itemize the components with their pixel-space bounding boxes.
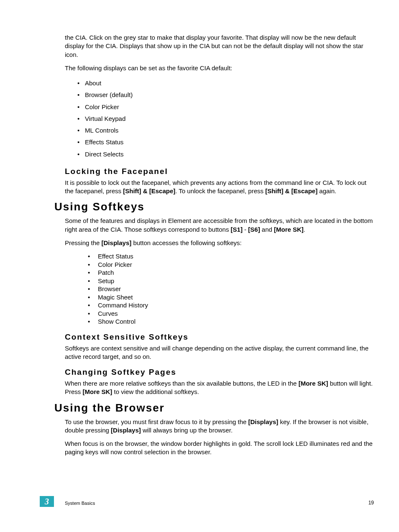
changing-paragraph: When there are more relative softkeys th… <box>65 379 374 396</box>
text: to view the additional softkeys. <box>112 388 199 395</box>
key-label: [S6] <box>248 226 260 233</box>
softkeys-list: Effect Status Color Picker Patch Setup B… <box>88 252 374 326</box>
text: . To unlock the facepanel, press <box>175 187 265 194</box>
list-item: Browser <box>88 285 374 293</box>
text: When there are more relative softkeys th… <box>65 380 299 387</box>
page-content: the CIA. Click on the grey star to make … <box>0 0 399 457</box>
key-label: [More SK] <box>274 226 304 233</box>
browser-paragraph-2: When focus is on the browser, the window… <box>65 440 374 457</box>
text: To use the browser, you must first draw … <box>65 418 248 425</box>
text: and <box>260 226 274 233</box>
page-footer: 3 System Basics 19 <box>0 496 399 507</box>
list-item: Virtual Keypad <box>77 113 374 125</box>
softkeys-paragraph-2: Pressing the [Displays] button accesses … <box>65 239 374 247</box>
list-item: Patch <box>88 269 374 277</box>
page-number: 19 <box>368 500 374 506</box>
list-item: Direct Selects <box>77 148 374 160</box>
list-item: Color Picker <box>77 101 374 113</box>
list-item: Effect Status <box>88 252 374 261</box>
softkeys-paragraph-1: Some of the features and displays in Ele… <box>65 217 374 234</box>
browser-paragraph-1: To use the browser, you must first draw … <box>65 418 374 435</box>
key-label: [Displays] <box>248 418 279 425</box>
heading-using-browser: Using the Browser <box>54 402 374 414</box>
locking-paragraph: It is possible to lock out the facepanel… <box>65 179 374 196</box>
key-combo: [Shift] & [Escape] <box>123 187 175 194</box>
key-label: [S1] <box>231 226 243 233</box>
list-item: Magic Sheet <box>88 293 374 302</box>
text: again. <box>317 187 336 194</box>
intro-paragraph-2: The following displays can be set as the… <box>65 64 374 72</box>
key-label: [More SK] <box>83 388 113 395</box>
key-label: [Displays] <box>102 239 132 246</box>
key-combo: [Shift] & [Escape] <box>265 187 317 194</box>
heading-locking-facepanel: Locking the Facepanel <box>65 167 374 176</box>
chapter-number-box: 3 <box>40 496 54 507</box>
list-item: ML Controls <box>77 125 374 136</box>
key-label: [More SK] <box>299 380 328 387</box>
text: Some of the features and displays in Ele… <box>65 217 373 233</box>
list-item: Command History <box>88 301 374 309</box>
list-item: Setup <box>88 277 374 285</box>
cia-default-list: About Browser (default) Color Picker Vir… <box>77 77 374 160</box>
list-item: Effects Status <box>77 136 374 148</box>
heading-using-softkeys: Using Softkeys <box>54 200 374 213</box>
intro-paragraph-1: the CIA. Click on the grey star to make … <box>65 33 374 59</box>
heading-context-sensitive: Context Sensitive Softkeys <box>65 332 374 342</box>
list-item: Color Picker <box>88 261 374 269</box>
list-item: Curves <box>88 309 374 318</box>
context-paragraph: Softkeys are context sensitive and will … <box>65 344 374 361</box>
heading-changing-softkey-pages: Changing Softkey Pages <box>65 368 374 377</box>
footer-section-label: System Basics <box>65 501 95 506</box>
text: will always bring up the browser. <box>141 427 233 434</box>
text: - <box>243 226 248 233</box>
list-item: Browser (default) <box>77 89 374 101</box>
text: button accesses the following softkeys: <box>131 239 241 246</box>
text: Pressing the <box>65 239 102 246</box>
list-item: About <box>77 77 374 89</box>
text: . <box>304 226 305 233</box>
list-item: Show Control <box>88 317 374 326</box>
key-label: [Displays] <box>111 427 141 434</box>
